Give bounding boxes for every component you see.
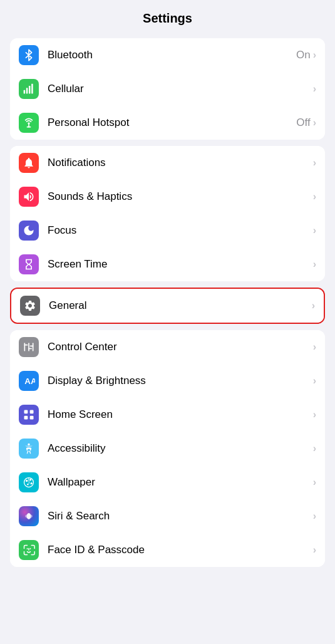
notifications-icon-wrap [19,153,39,173]
focus-icon-wrap [19,221,39,241]
svg-rect-6 [24,345,28,346]
section-network: Bluetooth On › Cellular › Pers [10,38,325,140]
home-screen-label: Home Screen [48,408,313,421]
hotspot-chevron: › [313,117,316,128]
faceid-icon [23,544,35,556]
hotspot-icon [23,117,35,129]
svg-rect-14 [24,416,28,420]
svg-rect-0 [24,90,26,94]
display-icon: AA [23,375,35,387]
general-icon-wrap [20,296,40,316]
sidebar-item-sounds-haptics[interactable]: Sounds & Haptics › [10,180,325,214]
focus-label: Focus [48,224,313,237]
notifications-chevron: › [313,157,316,169]
svg-point-16 [28,444,29,445]
display-icon-wrap: AA [19,371,39,391]
sidebar-item-wallpaper[interactable]: Wallpaper › [10,465,325,499]
bluetooth-icon-wrap [19,45,39,65]
bluetooth-icon [23,49,35,61]
bluetooth-label: Bluetooth [48,49,296,61]
sidebar-item-cellular[interactable]: Cellular › [10,72,325,106]
siri-chevron: › [313,511,316,522]
sidebar-item-general[interactable]: General › [11,289,324,323]
wallpaper-chevron: › [313,477,316,488]
general-highlighted-section: General › [10,288,325,324]
hotspot-label: Personal Hotspot [48,117,296,129]
svg-point-20 [31,482,33,484]
control-center-chevron: › [313,341,316,353]
gear-icon [24,299,36,312]
sounds-label: Sounds & Haptics [48,190,313,203]
cellular-label: Cellular [48,83,313,95]
header: Settings [0,0,335,32]
sidebar-item-screen-time[interactable]: Screen Time › [10,247,325,281]
svg-rect-5 [24,343,26,351]
svg-rect-3 [31,84,33,94]
svg-point-19 [29,479,31,480]
faceid-label: Face ID & Passcode [48,544,313,556]
siri-icon [23,510,35,522]
sidebar-item-personal-hotspot[interactable]: Personal Hotspot Off › [10,106,325,140]
wallpaper-icon-wrap [19,472,39,492]
sliders-icon [23,341,35,353]
hotspot-value: Off [296,117,310,129]
accessibility-icon-wrap [19,439,39,459]
svg-text:AA: AA [24,377,35,386]
svg-rect-9 [33,343,34,351]
sidebar-item-home-screen[interactable]: Home Screen › [10,398,325,432]
svg-rect-8 [28,348,32,350]
svg-rect-10 [30,346,34,347]
sidebar-item-notifications[interactable]: Notifications › [10,146,325,180]
home-screen-icon-wrap [19,405,39,425]
general-label: General [49,299,312,312]
bell-icon [23,157,35,169]
accessibility-icon [23,442,35,455]
display-chevron: › [313,375,316,387]
svg-point-23 [25,514,33,519]
sounds-icon-wrap [19,187,39,207]
siri-icon-wrap [19,506,39,526]
siri-label: Siri & Search [48,510,313,522]
sidebar-item-display-brightness[interactable]: AA Display & Brightness › [10,364,325,398]
accessibility-label: Accessibility [48,442,313,455]
sidebar-item-control-center[interactable]: Control Center › [10,330,325,364]
hourglass-icon [23,258,35,271]
cellular-icon-wrap [19,79,39,99]
svg-rect-12 [24,410,28,414]
svg-rect-13 [30,410,34,414]
svg-point-21 [27,484,29,486]
svg-rect-2 [29,86,31,94]
sounds-chevron: › [313,191,316,202]
notifications-label: Notifications [48,157,313,169]
screen-time-chevron: › [313,259,316,270]
general-chevron: › [312,300,315,311]
wallpaper-icon [23,476,35,489]
accessibility-chevron: › [313,443,316,454]
speaker-icon [23,190,35,203]
faceid-chevron: › [313,544,316,556]
control-center-icon-wrap [19,337,39,357]
focus-chevron: › [313,225,316,236]
sidebar-item-bluetooth[interactable]: Bluetooth On › [10,38,325,72]
hotspot-icon-wrap [19,113,39,133]
faceid-icon-wrap [19,540,39,560]
bluetooth-chevron: › [313,49,316,61]
bluetooth-value: On [296,49,311,61]
display-label: Display & Brightness [48,375,313,387]
svg-rect-7 [28,343,29,351]
screen-time-icon-wrap [19,254,39,274]
screen-time-label: Screen Time [48,258,313,271]
moon-icon [23,224,35,237]
section-display: Control Center › AA Display & Brightness… [10,330,325,567]
wallpaper-label: Wallpaper [48,476,313,489]
section-notifications: Notifications › Sounds & Haptics › Focus… [10,146,325,281]
cellular-icon [23,83,35,95]
homescreen-icon [23,408,35,421]
svg-rect-15 [30,416,34,420]
svg-rect-1 [26,88,28,93]
home-screen-chevron: › [313,409,316,420]
sidebar-item-siri-search[interactable]: Siri & Search › [10,499,325,533]
sidebar-item-focus[interactable]: Focus › [10,214,325,247]
sidebar-item-accessibility[interactable]: Accessibility › [10,432,325,465]
sidebar-item-faceid-passcode[interactable]: Face ID & Passcode › [10,533,325,567]
